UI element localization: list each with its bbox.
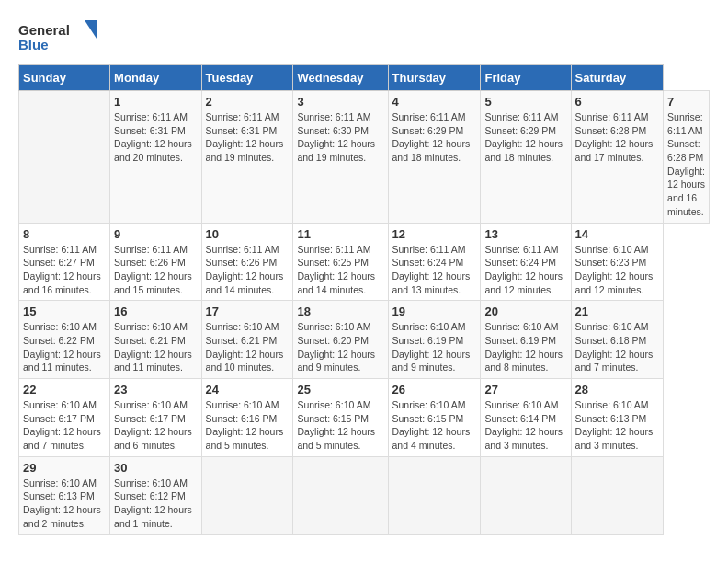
day-cell: 27Sunrise: 6:10 AM Sunset: 6:14 PM Dayli… (481, 379, 571, 457)
day-cell: 11Sunrise: 6:11 AM Sunset: 6:25 PM Dayli… (293, 223, 388, 301)
day-number: 20 (484, 304, 566, 318)
day-cell: 16Sunrise: 6:10 AM Sunset: 6:21 PM Dayli… (110, 301, 201, 379)
day-info: Sunrise: 6:10 AM Sunset: 6:20 PM Dayligh… (297, 320, 383, 374)
day-info: Sunrise: 6:11 AM Sunset: 6:24 PM Dayligh… (484, 243, 566, 297)
day-number: 28 (575, 383, 659, 396)
day-cell: 1Sunrise: 6:11 AM Sunset: 6:31 PM Daylig… (110, 91, 201, 224)
day-cell: 7Sunrise: 6:11 AM Sunset: 6:28 PM Daylig… (664, 91, 710, 224)
col-header-thursday: Thursday (388, 65, 481, 91)
day-info: Sunrise: 6:11 AM Sunset: 6:28 PM Dayligh… (667, 110, 705, 219)
day-info: Sunrise: 6:11 AM Sunset: 6:29 PM Dayligh… (392, 110, 477, 165)
day-info: Sunrise: 6:10 AM Sunset: 6:19 PM Dayligh… (392, 320, 477, 374)
day-number: 30 (114, 461, 197, 475)
col-header-sunday: Sunday (19, 65, 110, 91)
day-number: 16 (114, 304, 197, 318)
col-header-tuesday: Tuesday (201, 65, 293, 91)
week-row-4: 22Sunrise: 6:10 AM Sunset: 6:17 PM Dayli… (19, 379, 710, 457)
day-cell (571, 456, 663, 534)
day-number: 3 (297, 95, 383, 109)
svg-marker-2 (85, 20, 97, 39)
day-number: 29 (23, 461, 106, 475)
day-number: 24 (206, 383, 290, 396)
day-cell: 22Sunrise: 6:10 AM Sunset: 6:17 PM Dayli… (19, 379, 110, 457)
day-cell: 28Sunrise: 6:10 AM Sunset: 6:13 PM Dayli… (571, 379, 663, 457)
day-number: 18 (297, 304, 383, 318)
day-info: Sunrise: 6:11 AM Sunset: 6:25 PM Dayligh… (297, 243, 383, 297)
day-number: 5 (484, 95, 566, 109)
day-number: 1 (114, 95, 197, 109)
day-info: Sunrise: 6:11 AM Sunset: 6:31 PM Dayligh… (114, 110, 197, 165)
day-number: 27 (484, 383, 566, 396)
day-info: Sunrise: 6:10 AM Sunset: 6:14 PM Dayligh… (484, 398, 566, 453)
day-cell: 17Sunrise: 6:10 AM Sunset: 6:21 PM Dayli… (201, 301, 293, 379)
day-cell: 13Sunrise: 6:11 AM Sunset: 6:24 PM Dayli… (481, 223, 571, 301)
day-cell: 25Sunrise: 6:10 AM Sunset: 6:15 PM Dayli… (293, 379, 388, 457)
day-number: 9 (114, 227, 197, 241)
day-info: Sunrise: 6:11 AM Sunset: 6:27 PM Dayligh… (23, 243, 106, 297)
day-info: Sunrise: 6:10 AM Sunset: 6:15 PM Dayligh… (297, 398, 383, 453)
day-number: 15 (23, 304, 106, 318)
day-info: Sunrise: 6:10 AM Sunset: 6:15 PM Dayligh… (392, 398, 477, 453)
day-number: 6 (575, 95, 659, 109)
day-cell: 30Sunrise: 6:10 AM Sunset: 6:12 PM Dayli… (110, 456, 201, 534)
day-cell: 21Sunrise: 6:10 AM Sunset: 6:18 PM Dayli… (571, 301, 663, 379)
day-cell: 26Sunrise: 6:10 AM Sunset: 6:15 PM Dayli… (388, 379, 481, 457)
day-info: Sunrise: 6:10 AM Sunset: 6:17 PM Dayligh… (114, 398, 197, 453)
day-cell: 6Sunrise: 6:11 AM Sunset: 6:28 PM Daylig… (571, 91, 663, 224)
day-info: Sunrise: 6:10 AM Sunset: 6:23 PM Dayligh… (575, 243, 659, 297)
day-number: 22 (23, 383, 106, 396)
col-header-saturday: Saturday (571, 65, 663, 91)
day-number: 19 (392, 304, 477, 318)
day-cell: 23Sunrise: 6:10 AM Sunset: 6:17 PM Dayli… (110, 379, 201, 457)
day-info: Sunrise: 6:11 AM Sunset: 6:31 PM Dayligh… (206, 110, 290, 165)
day-cell: 20Sunrise: 6:10 AM Sunset: 6:19 PM Dayli… (481, 301, 571, 379)
day-number: 13 (484, 227, 566, 241)
day-cell: 10Sunrise: 6:11 AM Sunset: 6:26 PM Dayli… (201, 223, 293, 301)
week-row-3: 15Sunrise: 6:10 AM Sunset: 6:22 PM Dayli… (19, 301, 710, 379)
day-cell: 12Sunrise: 6:11 AM Sunset: 6:24 PM Dayli… (388, 223, 481, 301)
day-info: Sunrise: 6:10 AM Sunset: 6:19 PM Dayligh… (484, 320, 566, 374)
day-cell: 29Sunrise: 6:10 AM Sunset: 6:13 PM Dayli… (19, 456, 110, 534)
day-info: Sunrise: 6:10 AM Sunset: 6:21 PM Dayligh… (114, 320, 197, 374)
day-number: 21 (575, 304, 659, 318)
day-number: 8 (23, 227, 106, 241)
svg-text:Blue: Blue (18, 37, 49, 52)
day-info: Sunrise: 6:10 AM Sunset: 6:21 PM Dayligh… (206, 320, 290, 374)
day-number: 10 (206, 227, 290, 241)
day-cell: 18Sunrise: 6:10 AM Sunset: 6:20 PM Dayli… (293, 301, 388, 379)
day-cell: 24Sunrise: 6:10 AM Sunset: 6:16 PM Dayli… (201, 379, 293, 457)
day-cell (201, 456, 293, 534)
header-row: SundayMondayTuesdayWednesdayThursdayFrid… (19, 65, 710, 91)
day-info: Sunrise: 6:10 AM Sunset: 6:22 PM Dayligh… (23, 320, 106, 374)
col-header-wednesday: Wednesday (293, 65, 388, 91)
day-info: Sunrise: 6:10 AM Sunset: 6:17 PM Dayligh… (23, 398, 106, 453)
svg-text:General: General (18, 22, 70, 38)
day-cell: 19Sunrise: 6:10 AM Sunset: 6:19 PM Dayli… (388, 301, 481, 379)
day-info: Sunrise: 6:11 AM Sunset: 6:30 PM Dayligh… (297, 110, 383, 165)
day-number: 12 (392, 227, 477, 241)
logo: GeneralBlue (18, 18, 101, 55)
day-cell: 2Sunrise: 6:11 AM Sunset: 6:31 PM Daylig… (201, 91, 293, 224)
day-cell (293, 456, 388, 534)
page-header: GeneralBlue (18, 18, 710, 55)
day-number: 23 (114, 383, 197, 396)
day-info: Sunrise: 6:10 AM Sunset: 6:18 PM Dayligh… (575, 320, 659, 374)
day-number: 11 (297, 227, 383, 241)
week-row-1: 1Sunrise: 6:11 AM Sunset: 6:31 PM Daylig… (19, 91, 710, 224)
col-header-friday: Friday (481, 65, 571, 91)
week-row-5: 29Sunrise: 6:10 AM Sunset: 6:13 PM Dayli… (19, 456, 710, 534)
day-cell: 15Sunrise: 6:10 AM Sunset: 6:22 PM Dayli… (19, 301, 110, 379)
day-cell: 3Sunrise: 6:11 AM Sunset: 6:30 PM Daylig… (293, 91, 388, 224)
col-header-monday: Monday (110, 65, 201, 91)
logo-svg: GeneralBlue (18, 18, 101, 55)
day-cell (388, 456, 481, 534)
day-number: 25 (297, 383, 383, 396)
day-number: 26 (392, 383, 477, 396)
day-cell: 14Sunrise: 6:10 AM Sunset: 6:23 PM Dayli… (571, 223, 663, 301)
day-number: 2 (206, 95, 290, 109)
day-cell: 5Sunrise: 6:11 AM Sunset: 6:29 PM Daylig… (481, 91, 571, 224)
day-info: Sunrise: 6:11 AM Sunset: 6:26 PM Dayligh… (206, 243, 290, 297)
day-number: 7 (667, 95, 705, 109)
day-number: 4 (392, 95, 477, 109)
day-cell: 8Sunrise: 6:11 AM Sunset: 6:27 PM Daylig… (19, 223, 110, 301)
